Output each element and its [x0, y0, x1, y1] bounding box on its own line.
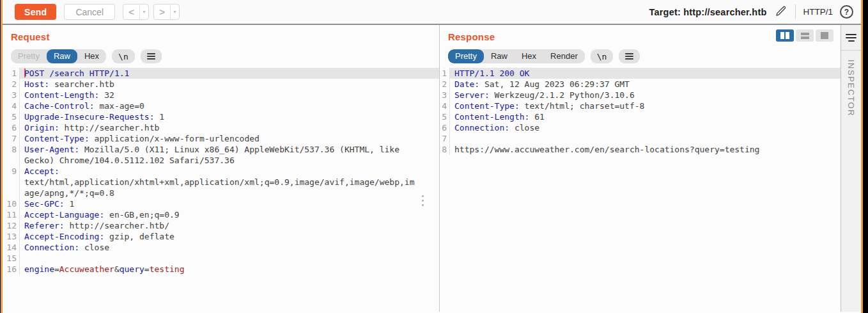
- code-text: Content-Type: text/html; charset=utf-8: [454, 100, 841, 111]
- history-forward-button[interactable]: > ▼: [153, 4, 180, 20]
- code-line[interactable]: 7Content-Type: application/x-www-form-ur…: [3, 133, 439, 144]
- target-label: Target: http://searcher.htb: [649, 7, 766, 17]
- toolbar-divider: [795, 4, 796, 19]
- rows-layout-icon: [801, 33, 809, 39]
- inspector-collapse-icon[interactable]: [841, 25, 861, 51]
- code-text: engine=Accuweather&query=testing: [24, 264, 414, 275]
- code-line[interactable]: 3Content-Length: 32: [3, 90, 439, 100]
- history-nav: < ▼ > ▼: [123, 4, 180, 20]
- tab-raw[interactable]: Raw: [484, 49, 515, 63]
- code-line[interactable]: 16engine=Accuweather&query=testing: [3, 264, 439, 275]
- newline-toggle-button[interactable]: \n: [112, 49, 135, 63]
- code-text: Date: Sat, 12 Aug 2023 06:29:37 GMT: [454, 79, 841, 90]
- tab-raw[interactable]: Raw: [47, 49, 77, 63]
- code-line[interactable]: 10Sec-GPC: 1: [3, 198, 439, 209]
- line-number: 8: [440, 144, 450, 155]
- line-number: 3: [3, 90, 20, 100]
- code-line[interactable]: 12Referer: http://searcher.htb/: [3, 220, 439, 231]
- request-panel: Request PrettyRawHex \n 1POST /search HT…: [3, 25, 439, 312]
- code-line[interactable]: 7: [440, 133, 841, 144]
- layout-toggle-group: [776, 29, 833, 42]
- code-line[interactable]: 6Connection: close: [440, 122, 841, 133]
- code-text: [454, 133, 841, 144]
- layout-single-button[interactable]: [816, 29, 833, 42]
- line-number: 12: [3, 220, 20, 231]
- code-text: Content-Type: application/x-www-form-url…: [24, 133, 414, 144]
- toolbar: Send Cancel < ▼ > ▼ Target: http://searc…: [3, 0, 861, 25]
- code-line[interactable]: 8User-Agent: Mozilla/5.0 (X11; Linux x86…: [3, 144, 439, 166]
- history-back-button[interactable]: < ▼: [123, 4, 149, 20]
- code-line[interactable]: 2Host: searcher.htb: [3, 79, 439, 90]
- code-line[interactable]: 1HTTP/1.1 200 OK: [440, 68, 841, 79]
- code-line[interactable]: 5Upgrade-Insecure-Requests: 1: [3, 111, 439, 122]
- code-text: User-Agent: Mozilla/5.0 (X11; Linux x86_…: [24, 144, 414, 166]
- layout-rows-button[interactable]: [796, 29, 814, 42]
- code-text: Server: Werkzeug/2.1.2 Python/3.10.6: [454, 90, 841, 100]
- code-text: Upgrade-Insecure-Requests: 1: [24, 111, 414, 122]
- line-number: 5: [3, 111, 20, 122]
- tab-render[interactable]: Render: [543, 49, 585, 63]
- http-version-label: HTTP/1: [803, 7, 833, 17]
- response-tabs: PrettyRawHexRender: [448, 49, 585, 63]
- code-text: Origin: http://searcher.htb: [24, 122, 414, 133]
- cancel-button[interactable]: Cancel: [64, 4, 115, 20]
- request-panel-header: Request PrettyRawHex \n: [3, 25, 439, 63]
- code-text: Content-Length: 32: [24, 90, 414, 100]
- code-line[interactable]: 6Origin: http://searcher.htb: [3, 122, 439, 133]
- code-line[interactable]: 14Connection: close: [3, 242, 439, 253]
- repeater-main: Request PrettyRawHex \n 1POST /search HT…: [3, 25, 861, 312]
- forward-arrow-icon: >: [154, 7, 170, 17]
- chevron-down-icon[interactable]: ▼: [139, 4, 148, 19]
- line-number: 9: [3, 166, 20, 198]
- pencil-icon: [775, 5, 787, 19]
- tab-hex[interactable]: Hex: [77, 49, 106, 63]
- code-line[interactable]: 4Cache-Control: max-age=0: [3, 100, 439, 111]
- tab-pretty: Pretty: [11, 49, 47, 63]
- request-tabs: PrettyRawHex: [11, 49, 106, 63]
- request-editor[interactable]: 1POST /search HTTP/1.12Host: searcher.ht…: [3, 68, 439, 275]
- code-line[interactable]: 8https://www.accuweather.com/en/search-l…: [440, 144, 841, 155]
- line-number: 1: [3, 68, 20, 79]
- tab-hex[interactable]: Hex: [515, 49, 543, 63]
- code-line[interactable]: 4Content-Type: text/html; charset=utf-8: [440, 100, 841, 111]
- code-line[interactable]: 3Server: Werkzeug/2.1.2 Python/3.10.6: [440, 90, 841, 100]
- layout-columns-button[interactable]: [776, 29, 794, 42]
- code-line[interactable]: 11Accept-Language: en-GB,en;q=0.9: [3, 209, 439, 220]
- request-tabrow: PrettyRawHex \n: [11, 49, 439, 63]
- code-line[interactable]: 15: [3, 253, 439, 264]
- newline-toggle-button[interactable]: \n: [591, 49, 614, 63]
- line-number: 13: [3, 231, 20, 242]
- chevron-down-icon[interactable]: ▼: [170, 4, 179, 19]
- code-text: Sec-GPC: 1: [24, 198, 414, 209]
- code-line[interactable]: 1POST /search HTTP/1.1: [3, 68, 439, 79]
- back-arrow-icon: <: [123, 7, 139, 17]
- help-icon[interactable]: ?: [840, 5, 853, 19]
- edit-target-button[interactable]: [773, 5, 788, 19]
- response-editor[interactable]: 1HTTP/1.1 200 OK2Date: Sat, 12 Aug 2023 …: [440, 68, 841, 155]
- code-line[interactable]: 13Accept-Encoding: gzip, deflate: [3, 231, 439, 242]
- code-text: Connection: close: [24, 242, 414, 253]
- request-panel-title: Request: [11, 31, 439, 42]
- tab-pretty[interactable]: Pretty: [448, 49, 484, 63]
- code-line[interactable]: 5Content-Length: 61: [440, 111, 841, 122]
- line-number: 11: [3, 209, 20, 220]
- line-number: 1: [440, 68, 450, 79]
- splitter-handle-icon[interactable]: [422, 195, 424, 206]
- code-line[interactable]: 9Accept: text/html,application/xhtml+xml…: [3, 166, 439, 198]
- menu-icon[interactable]: [619, 49, 640, 63]
- single-layout-icon: [821, 32, 828, 39]
- line-number: 4: [440, 100, 450, 111]
- inspector-tab[interactable]: INSPECTOR: [846, 60, 856, 116]
- code-text: Content-Length: 61: [454, 111, 841, 122]
- line-number: 16: [3, 264, 20, 275]
- line-number: 6: [3, 122, 20, 133]
- code-text: Accept: text/html,application/xhtml+xml,…: [24, 166, 414, 198]
- code-text: Accept-Language: en-GB,en;q=0.9: [24, 209, 414, 220]
- send-button[interactable]: Send: [15, 4, 56, 20]
- code-text: Connection: close: [454, 122, 841, 133]
- code-text: [24, 253, 414, 264]
- response-tabrow: PrettyRawHexRender \n: [448, 49, 841, 63]
- menu-icon[interactable]: [141, 49, 162, 63]
- target-value: http://searcher.htb: [683, 7, 766, 17]
- code-line[interactable]: 2Date: Sat, 12 Aug 2023 06:29:37 GMT: [440, 79, 841, 90]
